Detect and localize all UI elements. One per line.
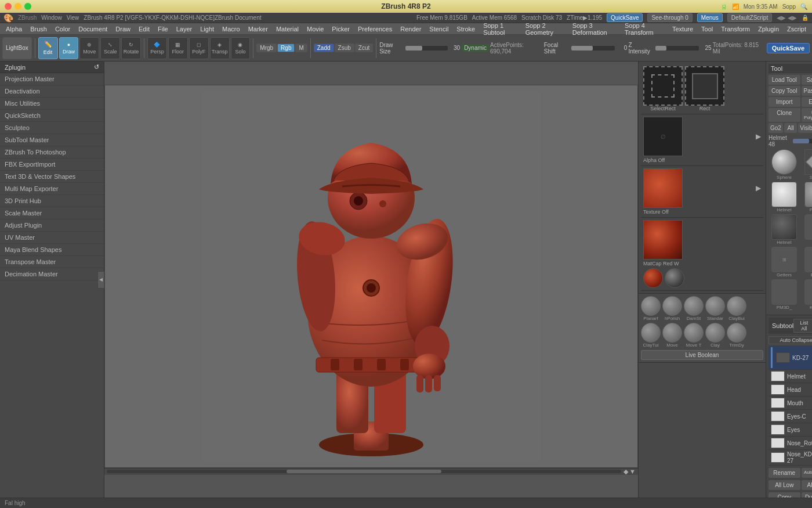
rename-btn[interactable]: Rename [768,468,800,478]
refresh-icon[interactable]: ↺ [94,63,99,71]
subtool-nose-rottan[interactable]: Nose_Rottan 👁 [768,437,812,450]
sidebar-item-quicksketch[interactable]: QuickSketch [0,110,104,122]
focal-shift-slider[interactable] [571,46,615,51]
menu-picker[interactable]: Picker [328,25,353,33]
brush-claytul[interactable] [641,323,661,343]
see-through-btn[interactable]: See-through 0 [647,13,692,22]
subtool-eyes-c[interactable]: Eyes-C 👁 [768,410,812,423]
matcap-ball-1[interactable] [643,268,663,288]
sidebar-item-maya-blend[interactable]: Maya Blend Shapes [0,244,104,256]
all-btn[interactable]: All [784,123,797,133]
solo-btn[interactable]: ◉ Solo [231,37,251,59]
menu-edit[interactable]: Edit [135,25,153,33]
sidebar-item-multimap[interactable]: Multi Map Exporter [0,183,104,195]
brush-damst[interactable] [684,296,704,316]
menu-light[interactable]: Light [197,25,217,33]
brush-hpolish[interactable] [662,296,682,316]
lightbox-button[interactable]: LightBox [2,37,32,59]
all-low-btn[interactable]: All Low [768,480,800,490]
tool-polymesh[interactable]: PolyMe [802,182,812,212]
tool-sphere[interactable]: Sphere [768,149,800,180]
rect-preview[interactable] [685,66,724,106]
alpha-preview[interactable]: ∅ [643,117,683,156]
paste-tool-btn[interactable]: Paste Tool [802,86,813,96]
z-intensity-slider[interactable] [655,46,699,51]
list-all-btn[interactable]: List All [793,319,812,333]
tool-helmet-white[interactable]: Helmet [768,182,800,212]
menu-material[interactable]: Material [273,25,302,33]
subtool-nose-kd27[interactable]: Nose_KD-27 👁 [768,450,812,466]
menu-transform[interactable]: Transform [717,25,753,33]
tool-helmet-dark[interactable]: Helmet [768,214,800,245]
scroll-center-icon[interactable]: ◆ [624,468,628,475]
export-btn[interactable]: Export [802,97,813,107]
sidebar-item-text3d[interactable]: Text 3D & Vector Shapes [0,171,104,183]
left-collapse-btn[interactable]: ◀ [97,271,104,289]
edit-btn[interactable]: ✏️ Edit [38,37,58,59]
brush-movet[interactable] [684,323,704,343]
sidebar-item-3dprint[interactable]: 3D Print Hub [0,195,104,207]
persp-btn[interactable]: 🔷 Persp [147,37,167,59]
tool-pm3d[interactable]: PM3D_ [768,279,800,310]
menu-zscript[interactable]: Zscript [784,25,810,33]
subtool-kd27[interactable]: KD-27 [768,346,812,370]
menu-alpha[interactable]: Alpha [2,25,26,33]
floor-btn[interactable]: ▦ Floor [168,37,188,59]
quicksave-info-btn[interactable]: QuickSave [607,13,643,22]
dynamic-btn[interactable]: Dynamic [462,44,489,52]
menu-sopp4[interactable]: Sopp 4 Transform [621,21,668,37]
sidebar-item-transpose-master[interactable]: Transpose Master [0,256,104,268]
zadd-btn[interactable]: Zadd [314,44,334,52]
menu-sopp1[interactable]: Sopp 1 Subtool [480,21,521,37]
subtool-eyes[interactable]: Eyes 👁 [768,423,812,437]
menu-zplugin[interactable]: Zplugin [755,25,782,33]
brush-claybui[interactable] [727,296,746,316]
quicksave-btn[interactable]: QuickSave [767,43,810,53]
canvas-scrollbar[interactable]: ◆ ▼ [104,468,638,475]
menu-sopp2[interactable]: Sopp 2 Geometry [522,21,568,37]
menu-preferences[interactable]: Preferences [354,25,396,33]
zsub-btn[interactable]: Zsub [335,44,354,52]
brush-planarf[interactable] [641,296,661,316]
polyf-btn[interactable]: ◻ PolyF [189,37,209,59]
go2-btn[interactable]: Go2 [768,123,783,133]
close-button[interactable] [5,3,12,10]
brush-move[interactable] [662,323,682,343]
matcap-main-preview[interactable] [643,220,683,260]
menu-brush[interactable]: Brush [27,25,50,33]
duplicate-btn[interactable]: Duplicate [802,492,813,498]
menu-layer[interactable]: Layer [173,25,196,33]
menu-marker[interactable]: Marker [245,25,271,33]
sidebar-item-subtool-master[interactable]: SubTool Master [0,134,104,146]
minimize-button[interactable] [14,3,21,10]
tool-body4[interactable]: Body4 [802,247,812,278]
move-btn[interactable]: ⊕ Move [79,37,99,59]
m-btn[interactable]: M [295,44,307,52]
menu-draw[interactable]: Draw [112,25,134,33]
load-tool-btn[interactable]: Load Tool [768,75,800,85]
subtool-head[interactable]: Head 👁 [768,383,812,397]
rgb-btn[interactable]: Rgb [277,44,295,52]
maximize-button[interactable] [24,3,31,10]
rotate-btn[interactable]: ↻ Rotate [121,37,141,59]
auto-collapse-btn[interactable]: Auto Collapse [768,336,812,344]
sidebar-item-decimation-master[interactable]: Decimation Master [0,268,104,280]
save-as-btn[interactable]: Save As [802,75,813,85]
sidebar-item-uv-master[interactable]: UV Master [0,232,104,244]
transp-btn[interactable]: ◈ Transp [210,37,230,59]
menu-document[interactable]: Document [75,25,111,33]
view-menu[interactable]: View [67,15,79,21]
helmet-slider[interactable] [793,139,813,143]
scroll-down-icon[interactable]: ▼ [629,468,636,475]
brush-trimdy[interactable] [727,323,746,343]
scale-btn[interactable]: ⤡ Scale [100,37,120,59]
expand-texture-icon[interactable]: ▶ [756,184,761,192]
menu-color[interactable]: Color [52,25,74,33]
zcut-btn[interactable]: Zcut [355,44,373,52]
copy-subtool-btn[interactable]: Copy [768,492,800,498]
mrgb-btn[interactable]: Mrgb [256,44,277,52]
tool-getters[interactable]: ⊞ Getters [768,247,800,278]
subtool-helmet[interactable]: Helmet 👁 [768,370,812,383]
sidebar-item-deactivation[interactable]: Deactivation [0,85,104,98]
expand-alpha-icon[interactable]: ▶ [756,132,761,140]
